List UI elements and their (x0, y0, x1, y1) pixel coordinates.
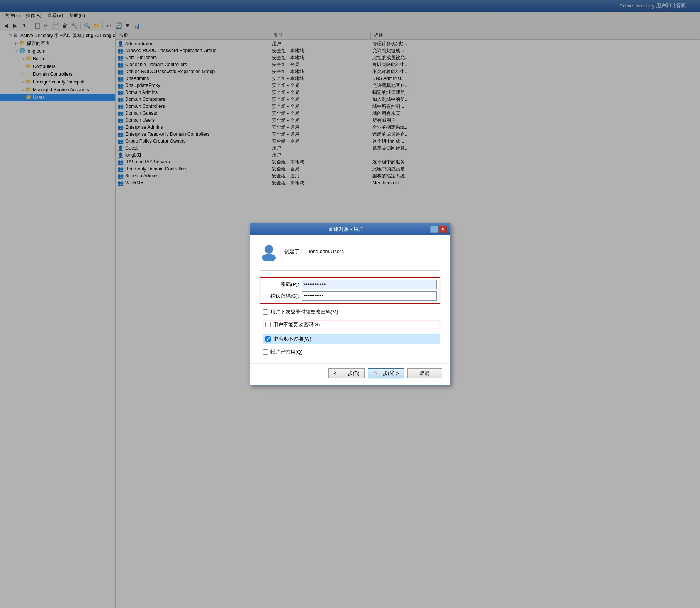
form-row-password: 密码(P): (263, 280, 437, 289)
created-at-label: 创建于： (284, 249, 304, 254)
password-group: 密码(P): 确认密码(C): (260, 277, 440, 304)
created-at-value: long.com/Users (309, 249, 344, 254)
cb4-label: 帐户已禁用(Q) (270, 349, 303, 356)
cb-row-3: 密码永不过期(W) (263, 334, 440, 344)
dialog-new-user: 新建对象 - 用户 _ ✕ 创建于： long.com/Users (250, 223, 450, 385)
password-label: 密码(P): (263, 281, 302, 288)
dialog-user-details: 创建于： long.com/Users (284, 248, 344, 255)
svg-point-0 (265, 245, 273, 254)
cb3[interactable] (265, 336, 271, 342)
form-row-confirm: 确认密码(C): (263, 291, 437, 301)
dialog-close-btn[interactable]: ✕ (439, 226, 447, 233)
dialog-title: 新建对象 - 用户 (262, 226, 430, 233)
dialog-form: 密码(P): 确认密码(C): 用户下次登录时须更改密码(M) 用户不能更改密码… (260, 277, 440, 356)
btn-next[interactable]: 下一步(N) > (368, 368, 404, 378)
cb-row-4: 帐户已禁用(Q) (263, 349, 440, 356)
cb1[interactable] (263, 309, 268, 315)
dialog-footer: < 上一步(B) 下一步(N) > 取消 (250, 363, 450, 385)
dialog-user-info: 创建于： long.com/Users (260, 242, 440, 261)
confirm-label: 确认密码(C): (263, 293, 302, 300)
dialog-body: 创建于： long.com/Users 密码(P): 确认密码(C): (250, 235, 450, 363)
dialog-titlebar: 新建对象 - 用户 _ ✕ (250, 224, 450, 235)
btn-cancel[interactable]: 取消 (407, 368, 442, 378)
cb1-label: 用户下次登录时须更改密码(M) (270, 308, 338, 315)
cb-row-1: 用户下次登录时须更改密码(M) (263, 308, 440, 315)
dialog-divider (260, 270, 440, 271)
dialog-overlay: 新建对象 - 用户 _ ✕ 创建于： long.com/Users (0, 0, 700, 608)
cb4[interactable] (263, 349, 268, 355)
dialog-minimize-btn[interactable]: _ (430, 226, 438, 233)
svg-point-1 (262, 254, 276, 261)
cb2[interactable] (265, 322, 271, 327)
cb2-label: 用户不能更改密码(S) (273, 321, 320, 328)
cb-row-2: 用户不能更改密码(S) (263, 320, 440, 329)
confirm-input[interactable] (302, 291, 437, 301)
cb3-label: 密码永不过期(W) (273, 336, 311, 342)
btn-back[interactable]: < 上一步(B) (328, 368, 365, 378)
password-input[interactable] (302, 280, 437, 289)
user-avatar-icon (260, 242, 278, 261)
